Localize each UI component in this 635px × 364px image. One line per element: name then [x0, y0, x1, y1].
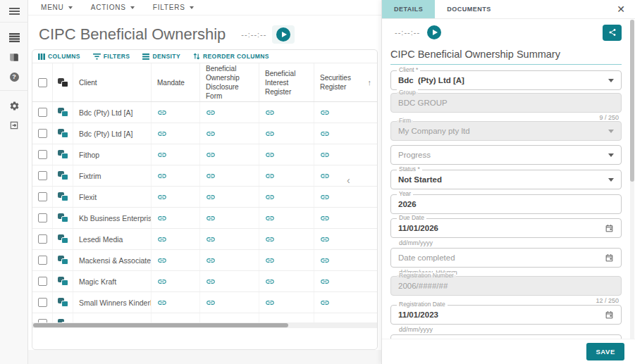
row-checkbox[interactable] [38, 319, 47, 322]
date-completed-field[interactable] [390, 248, 622, 268]
calendar-icon[interactable] [605, 310, 614, 320]
panel-scrollbar-thumb[interactable] [630, 20, 634, 182]
link-icon[interactable] [320, 192, 330, 202]
link-icon[interactable] [206, 213, 216, 223]
link-icon[interactable] [157, 213, 167, 223]
link-icon[interactable] [206, 277, 216, 287]
link-icon[interactable] [265, 298, 275, 308]
link-icon[interactable] [206, 298, 216, 308]
client-select[interactable]: Client * Bdc (Pty) Ltd [A] [390, 70, 622, 90]
play-timer-button[interactable] [427, 25, 441, 39]
tab-details[interactable]: DETAILS [382, 0, 435, 18]
row-checkbox[interactable] [38, 192, 47, 201]
registration-date-input[interactable] [398, 310, 605, 319]
link-icon[interactable] [265, 277, 275, 287]
save-button[interactable]: SAVE [586, 343, 624, 360]
row-checkbox[interactable] [38, 171, 47, 180]
table-row[interactable]: Bdc (Pty) Ltd [A] [32, 123, 377, 144]
link-icon[interactable] [206, 129, 216, 139]
link-icon[interactable] [206, 256, 216, 265]
help-icon[interactable]: ? [0, 69, 28, 84]
table-row[interactable]: Small Winners Kinderkin... [32, 292, 377, 313]
tab-documents[interactable]: DOCUMENTS [435, 0, 503, 18]
table-row[interactable]: Mackensi & Associates [32, 250, 377, 271]
row-checkbox[interactable] [38, 234, 47, 244]
link-icon[interactable] [320, 234, 330, 244]
link-icon[interactable] [320, 108, 330, 118]
select-all-checkbox[interactable] [38, 78, 47, 87]
column-header-mandate[interactable]: Mandate [152, 63, 200, 101]
link-icon[interactable] [320, 298, 330, 308]
row-checkbox[interactable] [38, 108, 47, 117]
link-icon[interactable] [157, 256, 167, 265]
link-icon[interactable] [206, 108, 216, 118]
menu-dropdown[interactable]: MENU [41, 4, 73, 11]
year-input[interactable] [398, 200, 614, 208]
table-row[interactable]: Fixtrim [32, 165, 377, 187]
close-icon[interactable]: ✕ [617, 4, 625, 14]
columns-button[interactable]: COLUMNS [38, 53, 80, 60]
exit-icon[interactable] [0, 118, 28, 133]
row-checkbox[interactable] [38, 298, 47, 307]
column-header-client[interactable]: Client [73, 63, 152, 101]
link-icon[interactable] [320, 129, 330, 139]
link-icon[interactable] [206, 150, 216, 160]
link-icon[interactable] [157, 108, 167, 118]
menu-toggle-icon[interactable] [0, 4, 28, 19]
link-icon[interactable] [157, 277, 167, 287]
row-checkbox[interactable] [38, 150, 47, 159]
row-checkbox[interactable] [38, 213, 47, 222]
link-icon[interactable] [265, 150, 275, 160]
date-completed-input[interactable] [398, 253, 605, 262]
play-timer-button[interactable] [276, 27, 290, 42]
panel-scrollbar[interactable] [630, 20, 634, 339]
column-header-bo-disclosure-form[interactable]: Beneficial Ownership Disclosure Form [200, 63, 259, 101]
link-icon[interactable] [320, 277, 330, 287]
due-date-field[interactable]: Due Date [390, 218, 622, 238]
table-row[interactable]: Lesedi Media [32, 229, 377, 250]
table-row[interactable]: Fithop [32, 144, 377, 165]
link-icon[interactable] [265, 108, 275, 118]
table-row[interactable]: Flexit [32, 187, 377, 208]
link-icon[interactable] [206, 171, 216, 181]
settings-gear-icon[interactable] [0, 98, 28, 113]
nav-list-icon[interactable] [0, 30, 28, 45]
calendar-icon[interactable] [605, 224, 614, 233]
panel-collapse-chevron[interactable]: ‹ [347, 175, 350, 186]
link-icon[interactable] [157, 234, 167, 244]
link-icon[interactable] [265, 213, 275, 223]
table-row[interactable]: Kb Business Enterprise [32, 208, 377, 229]
sort-arrow-icon[interactable]: ↑ [368, 77, 372, 87]
actions-dropdown[interactable]: ACTIONS [91, 4, 135, 11]
row-checkbox[interactable] [38, 256, 47, 265]
link-icon[interactable] [157, 150, 167, 160]
reorder-columns-button[interactable]: REORDER COLUMNS [193, 53, 269, 60]
horizontal-scrollbar[interactable] [32, 322, 377, 328]
link-icon[interactable] [206, 192, 216, 202]
status-select[interactable]: Status * Not Started [390, 170, 622, 189]
link-icon[interactable] [157, 171, 167, 181]
link-icon[interactable] [265, 192, 275, 202]
link-icon[interactable] [265, 171, 275, 181]
column-header-beneficial-interest-register[interactable]: Beneficial Interest Register [259, 63, 314, 101]
link-icon[interactable] [157, 192, 167, 202]
calendar-icon[interactable] [605, 253, 614, 263]
knowledge-book-icon[interactable] [0, 49, 28, 65]
filters-dropdown[interactable]: FILTERS [153, 4, 194, 11]
link-icon[interactable] [265, 129, 275, 139]
link-icon[interactable] [320, 150, 330, 160]
link-icon[interactable] [157, 298, 167, 308]
filters-button[interactable]: FILTERS [93, 53, 130, 60]
link-icon[interactable] [206, 234, 216, 244]
link-icon[interactable] [157, 129, 167, 139]
column-header-securities-register[interactable]: Securities Register ↑ [314, 63, 377, 101]
horizontal-scrollbar-thumb[interactable] [33, 323, 288, 327]
link-icon[interactable] [265, 256, 275, 265]
year-field[interactable]: Year [390, 194, 622, 214]
link-icon[interactable] [320, 213, 330, 223]
registration-date-field[interactable]: Registration Date [390, 305, 622, 325]
progress-select[interactable]: Progress [390, 145, 622, 165]
density-button[interactable]: DENSITY [142, 53, 180, 60]
link-icon[interactable] [320, 171, 330, 181]
row-checkbox[interactable] [38, 129, 47, 138]
